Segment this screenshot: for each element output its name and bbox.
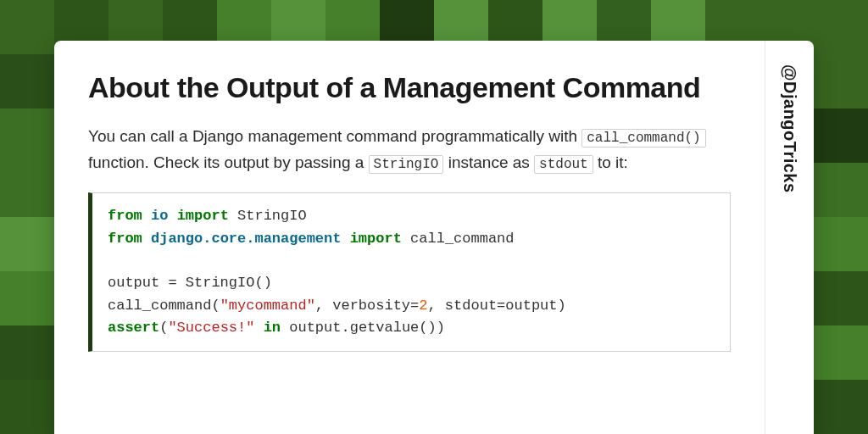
code-keyword: import bbox=[177, 208, 229, 224]
lead-text: to it: bbox=[593, 153, 628, 171]
page-title: About the Output of a Management Command bbox=[88, 70, 731, 106]
code-keyword: from bbox=[108, 208, 142, 224]
code-ident: call_command bbox=[402, 231, 515, 247]
code-string: "Success!" bbox=[168, 320, 254, 336]
code-ident: StringIO bbox=[229, 208, 307, 224]
code-keyword: in bbox=[264, 320, 281, 336]
lead-text: instance as bbox=[443, 153, 534, 171]
inline-code-stringio: StringIO bbox=[369, 155, 444, 174]
lead-paragraph: You can call a Django management command… bbox=[88, 123, 731, 176]
code-block: from io import StringIO from django.core… bbox=[88, 192, 731, 352]
code-text: ( bbox=[159, 320, 168, 336]
code-keyword: from bbox=[108, 231, 142, 247]
code-number: 2 bbox=[419, 298, 427, 314]
lead-text: function. Check its output by passing a bbox=[88, 153, 369, 171]
inline-code-call-command: call_command() bbox=[581, 129, 705, 147]
code-keyword: import bbox=[350, 231, 402, 247]
code-text: output.getvalue()) bbox=[281, 320, 445, 336]
code-line: output = StringIO() bbox=[108, 275, 272, 291]
content-area: About the Output of a Management Command… bbox=[54, 41, 765, 434]
code-text: call_command( bbox=[108, 298, 220, 314]
code-module: io bbox=[151, 208, 168, 224]
code-keyword: assert bbox=[108, 320, 159, 336]
handle-column: @DjangoTricks bbox=[765, 41, 814, 434]
code-string: "mycommand" bbox=[220, 298, 315, 314]
code-text: , verbosity= bbox=[315, 298, 419, 314]
code-module: django.core.management bbox=[151, 231, 341, 247]
lead-text: You can call a Django management command… bbox=[88, 127, 581, 145]
code-text: , stdout=output) bbox=[427, 298, 565, 314]
inline-code-stdout: stdout bbox=[534, 155, 593, 174]
card: About the Output of a Management Command… bbox=[54, 41, 814, 434]
author-handle: @DjangoTricks bbox=[780, 64, 799, 193]
